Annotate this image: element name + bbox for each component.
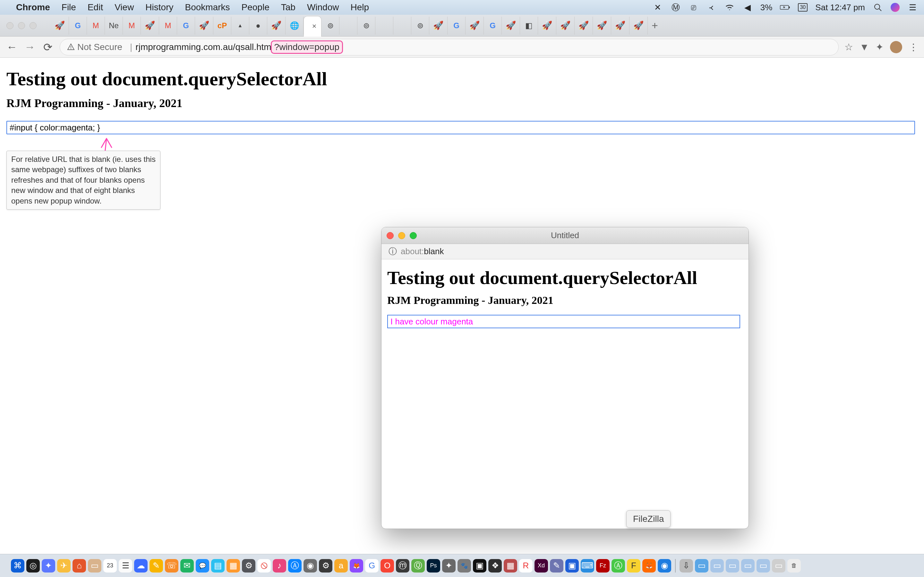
tab[interactable]: 🚀 xyxy=(141,17,159,35)
tab[interactable]: G xyxy=(484,17,502,35)
dock-app[interactable]: ✦ xyxy=(442,559,456,572)
dock-app[interactable]: ⚙ xyxy=(242,559,255,572)
tab[interactable]: 🚀 xyxy=(593,17,611,35)
dock-app[interactable]: Ps xyxy=(427,559,440,572)
tab[interactable] xyxy=(339,17,357,35)
dock-app[interactable]: ✎ xyxy=(550,559,564,572)
clock[interactable]: Sat 12:47 pm xyxy=(815,3,865,13)
status-icon[interactable]: ✕ xyxy=(653,3,663,13)
dock-app[interactable]: ▭ xyxy=(88,559,102,572)
volume-icon[interactable]: ◀ xyxy=(742,3,753,13)
dock-app[interactable]: 🦊 xyxy=(350,559,363,572)
menu-tab[interactable]: Tab xyxy=(281,2,296,13)
dock-app[interactable]: ❖ xyxy=(488,559,502,572)
dock-app[interactable]: ⌨ xyxy=(581,559,594,572)
dock-app[interactable]: ▣ xyxy=(565,559,579,572)
dock-app[interactable]: ▭ xyxy=(726,559,739,572)
tab[interactable]: ⊚ xyxy=(357,17,375,35)
dock-app[interactable]: Xd xyxy=(535,559,548,572)
menu-bookmarks[interactable]: Bookmarks xyxy=(185,2,230,13)
dock-app[interactable]: ☰ xyxy=(119,559,132,572)
dock-app[interactable]: ▭ xyxy=(710,559,724,572)
security-indicator[interactable]: Not Secure xyxy=(67,42,122,52)
tab[interactable]: G xyxy=(69,17,87,35)
tab[interactable]: ● xyxy=(249,17,267,35)
tab[interactable]: 🚀 xyxy=(502,17,520,35)
dock-app[interactable]: Fz xyxy=(596,559,610,572)
tab[interactable]: M xyxy=(87,17,105,35)
dock-app[interactable]: ▦ xyxy=(226,559,240,572)
tab[interactable]: 🌐 xyxy=(286,17,304,35)
dock-app[interactable]: ⇩ xyxy=(680,559,693,572)
control-center-icon[interactable]: ☰ xyxy=(907,3,918,13)
tab[interactable]: 🚀 xyxy=(556,17,575,35)
dock-app[interactable]: ⚙ xyxy=(319,559,333,572)
dock-app[interactable]: ▣ xyxy=(473,559,486,572)
menu-edit[interactable]: Edit xyxy=(87,2,103,13)
dock-app[interactable]: ✈ xyxy=(57,559,71,572)
dock-app[interactable]: G xyxy=(365,559,379,572)
dock-app[interactable]: Ⓐ xyxy=(612,559,625,572)
dock-app[interactable]: ▦ xyxy=(504,559,517,572)
dock-app[interactable]: ✎ xyxy=(150,559,163,572)
dock-app[interactable]: Ⓠ xyxy=(411,559,425,572)
close-window-dot[interactable] xyxy=(6,22,13,29)
dock-app[interactable]: ☁ xyxy=(134,559,148,572)
menu-view[interactable]: View xyxy=(115,2,134,13)
tab[interactable]: ◧ xyxy=(520,17,538,35)
bookmark-star-icon[interactable]: ☆ xyxy=(845,41,853,53)
tab[interactable]: 🚀 xyxy=(195,17,213,35)
forward-button[interactable]: → xyxy=(24,41,36,53)
calendar-status-icon[interactable]: 30 xyxy=(798,3,808,11)
app-name[interactable]: Chrome xyxy=(16,2,50,13)
dock-app[interactable]: ☏ xyxy=(165,559,178,572)
wifi-icon[interactable] xyxy=(724,4,735,11)
dock-app[interactable]: 🐾 xyxy=(457,559,471,572)
dock-app[interactable]: ⌂ xyxy=(73,559,86,572)
menu-file[interactable]: File xyxy=(61,2,76,13)
tab[interactable]: 🚀 xyxy=(575,17,593,35)
dock-app[interactable]: ◎ xyxy=(26,559,40,572)
extensions-puzzle-icon[interactable]: ✦ xyxy=(876,41,884,53)
info-icon[interactable]: ⓘ xyxy=(389,246,397,257)
dock-app[interactable]: ✦ xyxy=(42,559,55,572)
back-button[interactable]: ← xyxy=(6,41,18,53)
popup-minimize-dot[interactable] xyxy=(398,232,405,239)
address-bar[interactable]: Not Secure | rjmprogramming.com.au/qsall… xyxy=(60,39,838,55)
menu-people[interactable]: People xyxy=(242,2,270,13)
popup-close-dot[interactable] xyxy=(387,232,394,239)
dock-app[interactable]: 23 xyxy=(103,559,117,572)
tab[interactable]: M xyxy=(123,17,141,35)
dock-app[interactable]: ⌘ xyxy=(11,559,24,572)
menu-history[interactable]: History xyxy=(145,2,173,13)
tab[interactable]: M xyxy=(159,17,177,35)
spotlight-icon[interactable] xyxy=(873,3,883,11)
tab[interactable]: cP xyxy=(213,17,231,35)
tab[interactable]: 🚀 xyxy=(51,17,69,35)
dock-app[interactable]: ♪ xyxy=(273,559,286,572)
tab[interactable]: G xyxy=(447,17,465,35)
dock-app[interactable]: ▭ xyxy=(772,559,785,572)
minimize-window-dot[interactable] xyxy=(18,22,25,29)
battery-icon[interactable] xyxy=(780,3,790,11)
menu-window[interactable]: Window xyxy=(307,2,339,13)
tab[interactable]: G xyxy=(177,17,195,35)
dock-app[interactable]: 💬 xyxy=(196,559,209,572)
dock-app[interactable]: ◉ xyxy=(304,559,317,572)
tab[interactable]: ⊚ xyxy=(411,17,429,35)
close-tab-icon[interactable]: ✕ xyxy=(312,23,317,30)
dock-app[interactable]: ◉ xyxy=(658,559,671,572)
dock-app[interactable]: R xyxy=(519,559,533,572)
tab[interactable]: 🚀 xyxy=(429,17,447,35)
dock-app[interactable]: Ⓐ xyxy=(288,559,302,572)
dock-app[interactable]: ▭ xyxy=(756,559,770,572)
new-tab-button[interactable]: + xyxy=(652,19,658,32)
css-rule-input[interactable] xyxy=(6,121,915,134)
dock-app[interactable]: ✉ xyxy=(180,559,194,572)
dock-app[interactable]: ▤ xyxy=(211,559,225,572)
siri-icon[interactable] xyxy=(891,3,900,12)
dock-app[interactable]: F xyxy=(627,559,640,572)
popup-zoom-dot[interactable] xyxy=(410,232,417,239)
tab[interactable]: 🚀 xyxy=(611,17,630,35)
tab[interactable]: 🚀 xyxy=(267,17,286,35)
